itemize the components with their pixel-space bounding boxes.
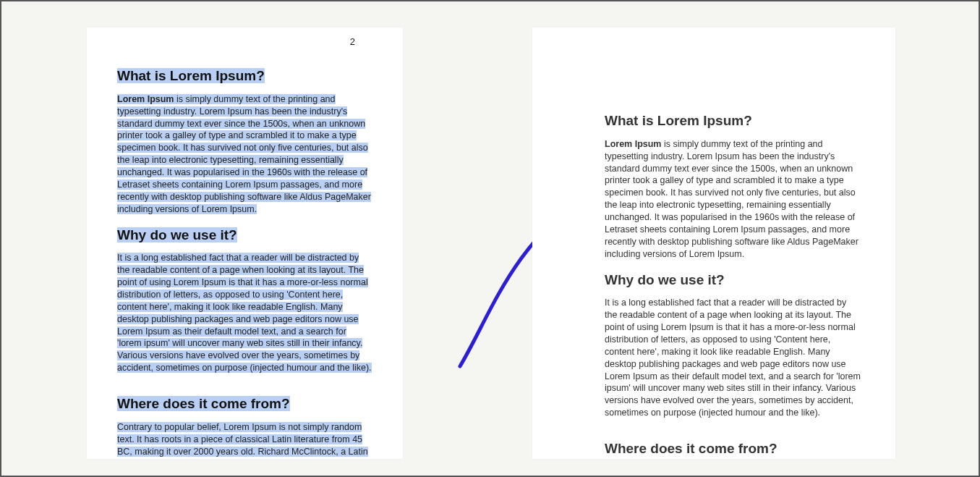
page-number: 2 (350, 36, 355, 47)
heading-where-from: Where does it come from? (605, 441, 861, 457)
result-content: What is Lorem Ipsum? Lorem Ipsum is simp… (605, 113, 861, 459)
heading-why-use: Why do we use it? (605, 272, 861, 289)
heading-where-from: Where does it come from? (117, 396, 372, 413)
source-page[interactable]: 2 What is Lorem Ipsum? Lorem Ipsum is si… (87, 28, 403, 459)
heading-why-use: Why do we use it? (117, 227, 372, 244)
result-page[interactable]: What is Lorem Ipsum? Lorem Ipsum is simp… (532, 28, 895, 459)
heading-what-is: What is Lorem Ipsum? (117, 68, 372, 85)
paragraph-what-is: Lorem Ipsum is simply dummy text of the … (117, 93, 372, 216)
paragraph-what-is: Lorem Ipsum is simply dummy text of the … (605, 138, 861, 261)
source-content: What is Lorem Ipsum? Lorem Ipsum is simp… (117, 68, 372, 459)
paragraph-where-from: Contrary to popular belief, Lorem Ipsum … (117, 421, 372, 459)
paragraph-why-use: It is a long established fact that a rea… (117, 252, 372, 374)
heading-what-is: What is Lorem Ipsum? (605, 113, 861, 130)
canvas: 2 What is Lorem Ipsum? Lorem Ipsum is si… (1, 1, 979, 476)
paragraph-why-use: It is a long established fact that a rea… (605, 297, 861, 419)
